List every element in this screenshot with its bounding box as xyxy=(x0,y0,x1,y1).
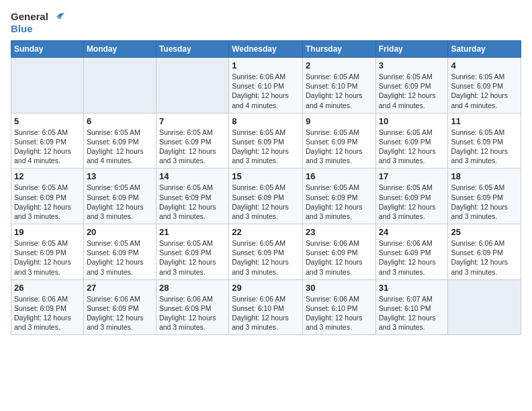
day-info: Sunrise: 6:05 AM Sunset: 6:09 PM Dayligh… xyxy=(14,128,81,166)
calendar-cell: 7Sunrise: 6:05 AM Sunset: 6:09 PM Daylig… xyxy=(156,113,228,169)
calendar-cell: 20Sunrise: 6:05 AM Sunset: 6:09 PM Dayli… xyxy=(83,224,156,280)
calendar-cell: 23Sunrise: 6:06 AM Sunset: 6:09 PM Dayli… xyxy=(302,224,375,280)
day-number: 20 xyxy=(87,227,153,237)
day-number: 26 xyxy=(14,283,81,293)
logo-blue: Blue xyxy=(11,23,33,35)
calendar-cell: 26Sunrise: 6:06 AM Sunset: 6:09 PM Dayli… xyxy=(11,279,84,335)
calendar-cell: 6Sunrise: 6:05 AM Sunset: 6:09 PM Daylig… xyxy=(83,113,156,169)
day-number: 23 xyxy=(306,227,373,237)
page-header: General Blue xyxy=(11,11,521,35)
day-info: Sunrise: 6:06 AM Sunset: 6:10 PM Dayligh… xyxy=(232,72,300,110)
day-info: Sunrise: 6:05 AM Sunset: 6:09 PM Dayligh… xyxy=(451,72,518,110)
day-number: 19 xyxy=(14,227,81,237)
weekday-header: Wednesday xyxy=(229,41,303,58)
calendar-cell: 10Sunrise: 6:05 AM Sunset: 6:09 PM Dayli… xyxy=(375,113,448,169)
day-info: Sunrise: 6:06 AM Sunset: 6:09 PM Dayligh… xyxy=(379,238,445,277)
calendar-cell: 3Sunrise: 6:05 AM Sunset: 6:09 PM Daylig… xyxy=(375,58,448,113)
calendar-cell: 31Sunrise: 6:07 AM Sunset: 6:10 PM Dayli… xyxy=(375,279,448,335)
day-info: Sunrise: 6:05 AM Sunset: 6:09 PM Dayligh… xyxy=(159,238,226,277)
day-number: 3 xyxy=(379,60,445,71)
day-info: Sunrise: 6:05 AM Sunset: 6:09 PM Dayligh… xyxy=(379,72,445,110)
weekday-header: Friday xyxy=(375,41,448,58)
day-info: Sunrise: 6:05 AM Sunset: 6:09 PM Dayligh… xyxy=(379,128,445,166)
day-number: 21 xyxy=(159,227,226,237)
calendar-cell: 5Sunrise: 6:05 AM Sunset: 6:09 PM Daylig… xyxy=(11,113,84,169)
day-number: 15 xyxy=(232,171,300,181)
day-number: 24 xyxy=(379,227,445,237)
logo: General Blue xyxy=(11,11,64,35)
day-number: 12 xyxy=(14,171,81,181)
day-number: 17 xyxy=(379,171,445,181)
day-number: 2 xyxy=(306,60,373,71)
day-info: Sunrise: 6:05 AM Sunset: 6:09 PM Dayligh… xyxy=(159,183,226,221)
day-info: Sunrise: 6:06 AM Sunset: 6:10 PM Dayligh… xyxy=(306,294,373,332)
logo-container: General Blue xyxy=(11,11,64,35)
logo-bird-icon xyxy=(50,11,64,23)
day-number: 4 xyxy=(451,60,518,71)
day-info: Sunrise: 6:05 AM Sunset: 6:09 PM Dayligh… xyxy=(379,183,445,221)
day-number: 30 xyxy=(306,283,373,293)
day-number: 29 xyxy=(232,283,300,293)
calendar-cell: 11Sunrise: 6:05 AM Sunset: 6:09 PM Dayli… xyxy=(448,113,521,169)
calendar-table: SundayMondayTuesdayWednesdayThursdayFrid… xyxy=(11,40,521,335)
day-number: 6 xyxy=(87,116,153,126)
calendar-cell xyxy=(448,279,521,335)
day-number: 27 xyxy=(87,283,153,293)
logo-general: General xyxy=(11,11,48,23)
day-info: Sunrise: 6:05 AM Sunset: 6:09 PM Dayligh… xyxy=(451,128,518,166)
day-info: Sunrise: 6:06 AM Sunset: 6:09 PM Dayligh… xyxy=(14,294,81,332)
day-info: Sunrise: 6:07 AM Sunset: 6:10 PM Dayligh… xyxy=(379,294,445,332)
day-info: Sunrise: 6:05 AM Sunset: 6:09 PM Dayligh… xyxy=(87,183,153,221)
day-info: Sunrise: 6:06 AM Sunset: 6:09 PM Dayligh… xyxy=(87,294,153,332)
day-number: 16 xyxy=(306,171,373,181)
day-info: Sunrise: 6:05 AM Sunset: 6:09 PM Dayligh… xyxy=(14,183,81,221)
calendar-cell: 16Sunrise: 6:05 AM Sunset: 6:09 PM Dayli… xyxy=(302,169,375,224)
calendar-cell: 14Sunrise: 6:05 AM Sunset: 6:09 PM Dayli… xyxy=(156,169,228,224)
day-number: 11 xyxy=(451,116,518,126)
day-number: 31 xyxy=(379,283,445,293)
day-info: Sunrise: 6:05 AM Sunset: 6:09 PM Dayligh… xyxy=(451,183,518,221)
day-number: 8 xyxy=(232,116,300,126)
day-info: Sunrise: 6:05 AM Sunset: 6:09 PM Dayligh… xyxy=(232,183,300,221)
day-info: Sunrise: 6:06 AM Sunset: 6:10 PM Dayligh… xyxy=(232,294,300,332)
calendar-cell: 9Sunrise: 6:05 AM Sunset: 6:09 PM Daylig… xyxy=(302,113,375,169)
calendar-cell: 13Sunrise: 6:05 AM Sunset: 6:09 PM Dayli… xyxy=(83,169,156,224)
calendar-cell: 24Sunrise: 6:06 AM Sunset: 6:09 PM Dayli… xyxy=(375,224,448,280)
calendar-cell: 19Sunrise: 6:05 AM Sunset: 6:09 PM Dayli… xyxy=(11,224,84,280)
day-info: Sunrise: 6:05 AM Sunset: 6:09 PM Dayligh… xyxy=(159,128,226,166)
day-number: 7 xyxy=(159,116,226,126)
calendar-cell: 8Sunrise: 6:05 AM Sunset: 6:09 PM Daylig… xyxy=(229,113,303,169)
weekday-header: Saturday xyxy=(448,41,521,58)
calendar-cell: 15Sunrise: 6:05 AM Sunset: 6:09 PM Dayli… xyxy=(229,169,303,224)
calendar-cell: 4Sunrise: 6:05 AM Sunset: 6:09 PM Daylig… xyxy=(448,58,521,113)
day-info: Sunrise: 6:05 AM Sunset: 6:09 PM Dayligh… xyxy=(14,238,81,277)
day-number: 25 xyxy=(451,227,518,237)
day-info: Sunrise: 6:05 AM Sunset: 6:09 PM Dayligh… xyxy=(306,183,373,221)
day-number: 10 xyxy=(379,116,445,126)
calendar-cell: 2Sunrise: 6:05 AM Sunset: 6:10 PM Daylig… xyxy=(302,58,375,113)
calendar-cell: 25Sunrise: 6:06 AM Sunset: 6:09 PM Dayli… xyxy=(448,224,521,280)
day-info: Sunrise: 6:05 AM Sunset: 6:09 PM Dayligh… xyxy=(87,128,153,166)
day-info: Sunrise: 6:05 AM Sunset: 6:09 PM Dayligh… xyxy=(232,128,300,166)
calendar-cell: 17Sunrise: 6:05 AM Sunset: 6:09 PM Dayli… xyxy=(375,169,448,224)
day-info: Sunrise: 6:05 AM Sunset: 6:10 PM Dayligh… xyxy=(306,72,373,110)
weekday-header: Sunday xyxy=(11,41,84,58)
day-number: 5 xyxy=(14,116,81,126)
calendar-cell xyxy=(156,58,228,113)
calendar-cell: 18Sunrise: 6:05 AM Sunset: 6:09 PM Dayli… xyxy=(448,169,521,224)
calendar-cell xyxy=(83,58,156,113)
day-number: 13 xyxy=(87,171,153,181)
calendar-cell: 1Sunrise: 6:06 AM Sunset: 6:10 PM Daylig… xyxy=(229,58,303,113)
calendar-cell: 21Sunrise: 6:05 AM Sunset: 6:09 PM Dayli… xyxy=(156,224,228,280)
calendar-cell: 30Sunrise: 6:06 AM Sunset: 6:10 PM Dayli… xyxy=(302,279,375,335)
weekday-header: Monday xyxy=(83,41,156,58)
day-number: 1 xyxy=(232,60,300,71)
calendar-cell xyxy=(11,58,84,113)
weekday-header: Thursday xyxy=(302,41,375,58)
day-info: Sunrise: 6:05 AM Sunset: 6:09 PM Dayligh… xyxy=(306,128,373,166)
day-info: Sunrise: 6:06 AM Sunset: 6:09 PM Dayligh… xyxy=(451,238,518,277)
calendar-cell: 29Sunrise: 6:06 AM Sunset: 6:10 PM Dayli… xyxy=(229,279,303,335)
calendar-cell: 12Sunrise: 6:05 AM Sunset: 6:09 PM Dayli… xyxy=(11,169,84,224)
day-number: 18 xyxy=(451,171,518,181)
day-number: 28 xyxy=(159,283,226,293)
